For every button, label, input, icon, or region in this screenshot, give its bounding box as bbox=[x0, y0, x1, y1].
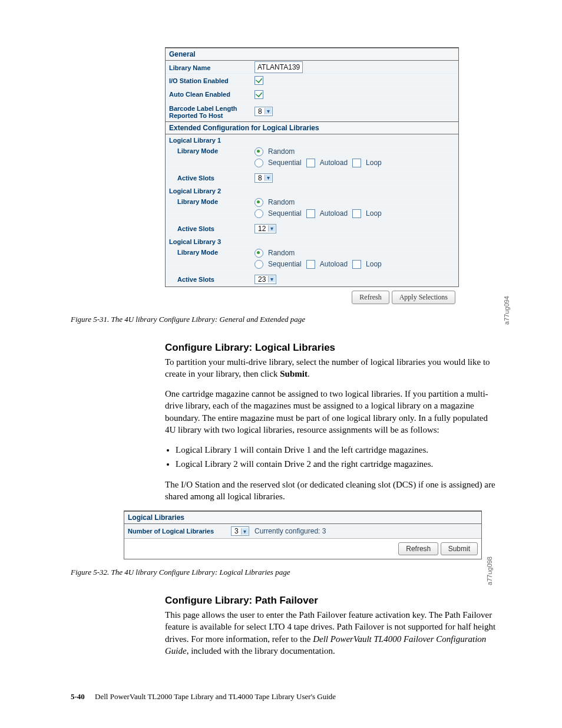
chevron-down-icon: ▾ bbox=[265, 108, 272, 114]
path-failover-heading: Configure Library: Path Failover bbox=[165, 595, 497, 607]
logical-library-1-header: Logical Library 1 bbox=[166, 134, 258, 144]
logical-library-2-header: Logical Library 2 bbox=[166, 185, 258, 195]
lib3-active-slots-select[interactable]: 23▾ bbox=[254, 275, 276, 284]
sequential-option-label: Sequential bbox=[268, 159, 302, 167]
figure-side-label: a77ug094 bbox=[503, 296, 510, 325]
list-item: Logical Library 1 will contain Drive 1 a… bbox=[176, 444, 497, 456]
lib2-autoload-checkbox[interactable] bbox=[306, 209, 315, 218]
logical-libraries-heading: Configure Library: Logical Libraries bbox=[165, 342, 497, 354]
library-name-input[interactable]: ATLANTA139 bbox=[254, 61, 303, 73]
barcode-length-label: Barcode Label Length Reported To Host bbox=[169, 104, 254, 119]
figure-5-32: Logical Libraries Number of Logical Libr… bbox=[124, 510, 482, 559]
figure-5-32-caption: Figure 5-32. The 4U library Configure Li… bbox=[71, 568, 497, 577]
chevron-down-icon: ▾ bbox=[241, 528, 248, 535]
number-of-libraries-label: Number of Logical Libraries bbox=[128, 526, 231, 535]
chevron-down-icon: ▾ bbox=[265, 174, 272, 181]
active-slots-label: Active Slots bbox=[169, 224, 254, 232]
logical-libraries-header: Logical Libraries bbox=[124, 511, 481, 524]
loop-option-label: Loop bbox=[366, 209, 382, 218]
number-of-libraries-select[interactable]: 3▾ bbox=[231, 526, 249, 536]
chevron-down-icon: ▾ bbox=[268, 225, 275, 232]
active-slots-label: Active Slots bbox=[169, 173, 254, 182]
loop-option-label: Loop bbox=[366, 260, 382, 268]
library-name-label: Library Name bbox=[169, 63, 254, 71]
figure-side-label: a77ug098 bbox=[486, 556, 493, 585]
extended-header: Extended Configuration for Logical Libra… bbox=[166, 121, 458, 134]
chevron-down-icon: ▾ bbox=[268, 276, 275, 282]
lib1-autoload-checkbox[interactable] bbox=[306, 159, 315, 167]
sequential-option-label: Sequential bbox=[268, 260, 302, 268]
random-option-label: Random bbox=[268, 249, 295, 257]
logical-library-3-header: Logical Library 3 bbox=[166, 236, 258, 245]
lib2-sequential-radio[interactable] bbox=[254, 209, 263, 218]
library-mode-label: Library Mode bbox=[169, 146, 254, 154]
figure-5-31-caption: Figure 5-31. The 4U library Configure Li… bbox=[71, 315, 497, 324]
logical-libraries-p1: To partition your multi-drive library, s… bbox=[165, 356, 497, 380]
library-mode-label: Library Mode bbox=[169, 248, 254, 256]
lib1-sequential-radio[interactable] bbox=[254, 159, 263, 167]
lib2-active-slots-select[interactable]: 12▾ bbox=[254, 224, 276, 233]
active-slots-label: Active Slots bbox=[169, 275, 254, 283]
random-option-label: Random bbox=[268, 147, 295, 156]
submit-button[interactable]: Submit bbox=[441, 542, 478, 555]
autoload-option-label: Autoload bbox=[320, 260, 348, 268]
apply-selections-button[interactable]: Apply Selections bbox=[392, 291, 455, 304]
auto-clean-label: Auto Clean Enabled bbox=[169, 90, 254, 98]
currently-configured-label: Currently configured: 3 bbox=[254, 527, 326, 535]
loop-option-label: Loop bbox=[366, 159, 382, 167]
sequential-option-label: Sequential bbox=[268, 209, 302, 218]
lib1-loop-checkbox[interactable] bbox=[352, 159, 361, 167]
autoload-option-label: Autoload bbox=[320, 209, 348, 218]
lib3-sequential-radio[interactable] bbox=[254, 260, 263, 269]
lib3-autoload-checkbox[interactable] bbox=[306, 260, 315, 269]
library-mode-label: Library Mode bbox=[169, 197, 254, 205]
logical-libraries-p3: The I/O Station and the reserved slot (o… bbox=[165, 479, 497, 503]
lib3-random-radio[interactable] bbox=[254, 249, 263, 258]
random-option-label: Random bbox=[268, 198, 295, 206]
lib2-loop-checkbox[interactable] bbox=[352, 209, 361, 218]
autoload-option-label: Autoload bbox=[320, 159, 348, 167]
list-item: Logical Library 2 will contain Drive 2 a… bbox=[176, 458, 497, 470]
refresh-button[interactable]: Refresh bbox=[398, 542, 438, 555]
refresh-button[interactable]: Refresh bbox=[352, 291, 389, 304]
page-footer: 5-40 Dell PowerVault TL2000 Tape Library… bbox=[71, 692, 497, 701]
general-header: General bbox=[166, 48, 458, 61]
io-station-label: I/O Station Enabled bbox=[169, 76, 254, 84]
path-failover-p1: This page allows the user to enter the P… bbox=[165, 609, 497, 657]
page-number: 5-40 bbox=[71, 692, 85, 701]
logical-libraries-p2: One cartridge magazine cannot be assigne… bbox=[165, 388, 497, 436]
lib1-active-slots-select[interactable]: 8▾ bbox=[254, 173, 273, 183]
logical-libraries-list: Logical Library 1 will contain Drive 1 a… bbox=[165, 444, 497, 470]
lib3-loop-checkbox[interactable] bbox=[352, 260, 361, 269]
lib2-random-radio[interactable] bbox=[254, 198, 263, 207]
figure-5-31: General Library Name ATLANTA139 I/O Stat… bbox=[71, 47, 497, 307]
io-station-checkbox[interactable] bbox=[254, 76, 263, 85]
footer-title: Dell PowerVault TL2000 Tape Library and … bbox=[95, 692, 336, 701]
barcode-length-select[interactable]: 8▾ bbox=[254, 107, 273, 116]
lib1-random-radio[interactable] bbox=[254, 147, 263, 156]
auto-clean-checkbox[interactable] bbox=[254, 90, 263, 99]
